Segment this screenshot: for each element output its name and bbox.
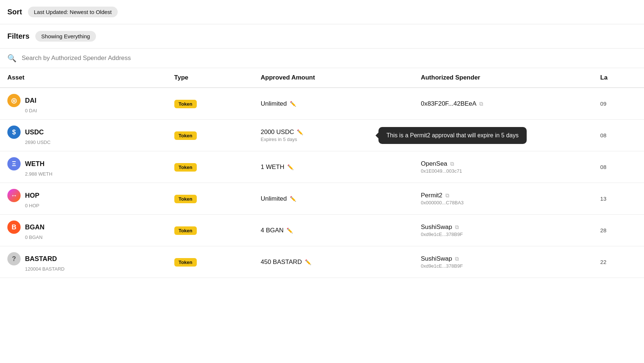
spender-name: Uniswap: [421, 128, 445, 136]
asset-icon-usdc: $: [7, 126, 21, 139]
expiry-text: Expires in 5 days: [261, 137, 406, 142]
date-cell: 09: [593, 88, 644, 120]
table-row: ? BASTARD 120004 BASTARD Token 450 BASTA…: [0, 246, 644, 278]
asset-name: USDC: [25, 128, 44, 136]
approvals-table: Asset Type Approved Amount Authorized Sp…: [0, 68, 644, 278]
spender-name: SushiSwap: [421, 255, 452, 262]
asset-name: HOP: [25, 192, 39, 200]
spender-address: 0x000000...C78BA3: [421, 200, 586, 205]
asset-icon-dai: ◎: [7, 94, 21, 107]
copy-icon[interactable]: ⧉: [450, 161, 454, 167]
search-bar: 🔍: [0, 49, 644, 68]
asset-cell: B BGAN 0 BGAN: [0, 215, 167, 246]
spender-name: SushiSwap: [421, 223, 452, 231]
asset-cell: ? BASTARD 120004 BASTARD: [0, 246, 167, 278]
table-row: ◎ DAI 0 DAI Token Unlimited ✏️ 0x83F20F.…: [0, 88, 644, 120]
copy-icon[interactable]: ⧉: [448, 129, 452, 135]
asset-balance: 0 BGAN: [25, 235, 160, 240]
date-cell: 22: [593, 246, 644, 278]
copy-icon[interactable]: ⧉: [445, 192, 449, 199]
asset-balance: 120004 BASTARD: [25, 266, 160, 272]
asset-balance: 0 HOP: [25, 203, 160, 208]
asset-icon-bastard: ?: [7, 252, 21, 265]
asset-balance: 2690 USDC: [25, 140, 160, 145]
edit-icon[interactable]: ✏️: [290, 101, 296, 107]
asset-name: BGAN: [25, 223, 45, 231]
spender-cell: OpenSea ⧉ 0x1E0049...003c71: [413, 151, 593, 183]
filters-badge[interactable]: Showing Everything: [35, 31, 96, 42]
spender-cell: Uniswap ⧉ 0xEf1c6E...54BF6B: [413, 120, 593, 151]
col-approved-amount: Approved Amount: [253, 68, 413, 88]
copy-icon[interactable]: ⧉: [479, 101, 483, 107]
edit-icon[interactable]: ✏️: [287, 164, 293, 170]
col-type: Type: [167, 68, 253, 88]
approved-amount: 2000 USDC: [261, 128, 294, 136]
asset-name: DAI: [25, 97, 36, 105]
type-cell: Token: [167, 246, 253, 278]
col-last: La: [593, 68, 644, 88]
table-row: ↔ HOP 0 HOP Token Unlimited ✏️ Permit2 ⧉…: [0, 183, 644, 215]
amount-cell: 2000 USDC ✏️ Expires in 5 daysThis is a …: [253, 120, 413, 151]
type-cell: Token: [167, 88, 253, 120]
date-cell: 13: [593, 183, 644, 215]
table-row: Ξ WETH 2.988 WETH Token 1 WETH ✏️ OpenSe…: [0, 151, 644, 183]
search-input[interactable]: [22, 54, 637, 62]
date-cell: 08: [593, 151, 644, 183]
spender-cell: SushiSwap ⧉ 0xd9e1cE...378B9F: [413, 215, 593, 246]
asset-cell: $ USDC 2690 USDC: [0, 120, 167, 151]
asset-icon-bgan: B: [7, 221, 21, 234]
spender-address: 0xd9e1cE...378B9F: [421, 232, 586, 237]
approved-amount: Unlimited: [261, 195, 287, 202]
amount-cell: 450 BASTARD ✏️: [253, 246, 413, 278]
asset-balance: 0 DAI: [25, 108, 160, 113]
approved-amount: 4 BGAN: [261, 227, 284, 234]
amount-cell: Unlimited ✏️: [253, 183, 413, 215]
type-cell: Token: [167, 151, 253, 183]
asset-icon-hop: ↔: [7, 189, 21, 202]
edit-icon[interactable]: ✏️: [305, 259, 311, 265]
copy-icon[interactable]: ⧉: [455, 255, 459, 262]
copy-icon[interactable]: ⧉: [455, 224, 459, 230]
type-cell: Token: [167, 120, 253, 151]
table-header-row: Asset Type Approved Amount Authorized Sp…: [0, 68, 644, 88]
approved-amount: Unlimited: [261, 100, 287, 108]
sort-badge[interactable]: Last Updated: Newest to Oldest: [28, 7, 118, 17]
type-cell: Token: [167, 183, 253, 215]
asset-cell: ↔ HOP 0 HOP: [0, 183, 167, 215]
spender-cell: 0x83F20F...42BEeA ⧉: [413, 88, 593, 120]
search-icon: 🔍: [7, 54, 17, 63]
amount-cell: Unlimited ✏️: [253, 88, 413, 120]
edit-icon[interactable]: ✏️: [297, 129, 303, 135]
type-cell: Token: [167, 215, 253, 246]
amount-cell: 4 BGAN ✏️: [253, 215, 413, 246]
spender-address: 0xd9e1cE...378B9F: [421, 263, 586, 269]
spender-address: 0x1E0049...003c71: [421, 168, 586, 174]
approved-amount: 450 BASTARD: [261, 258, 302, 266]
asset-icon-weth: Ξ: [7, 157, 21, 170]
spender-name: OpenSea: [421, 160, 447, 168]
approvals-table-container: Asset Type Approved Amount Authorized Sp…: [0, 68, 644, 278]
spender-name: Permit2: [421, 192, 442, 199]
asset-cell: Ξ WETH 2.988 WETH: [0, 151, 167, 183]
token-badge: Token: [174, 131, 197, 140]
table-row: B BGAN 0 BGAN Token 4 BGAN ✏️ SushiSwap …: [0, 215, 644, 246]
spender-address: 0xEf1c6E...54BF6B: [421, 137, 586, 142]
filters-label: Filters: [7, 32, 29, 40]
approved-amount: 1 WETH: [261, 163, 284, 171]
asset-name: WETH: [25, 160, 45, 168]
spender-name: 0x83F20F...42BEeA: [421, 100, 476, 108]
token-badge: Token: [174, 163, 197, 172]
token-badge: Token: [174, 226, 197, 235]
edit-icon[interactable]: ✏️: [287, 228, 293, 233]
token-badge: Token: [174, 100, 197, 108]
asset-cell: ◎ DAI 0 DAI: [0, 88, 167, 120]
asset-name: BASTARD: [25, 255, 57, 263]
spender-cell: SushiSwap ⧉ 0xd9e1cE...378B9F: [413, 246, 593, 278]
asset-balance: 2.988 WETH: [25, 171, 160, 177]
sort-bar: Sort Last Updated: Newest to Oldest: [0, 0, 644, 24]
spender-cell: Permit2 ⧉ 0x000000...C78BA3: [413, 183, 593, 215]
edit-icon[interactable]: ✏️: [290, 196, 296, 202]
date-cell: 08: [593, 120, 644, 151]
filters-bar: Filters Showing Everything: [0, 24, 644, 49]
col-asset: Asset: [0, 68, 167, 88]
